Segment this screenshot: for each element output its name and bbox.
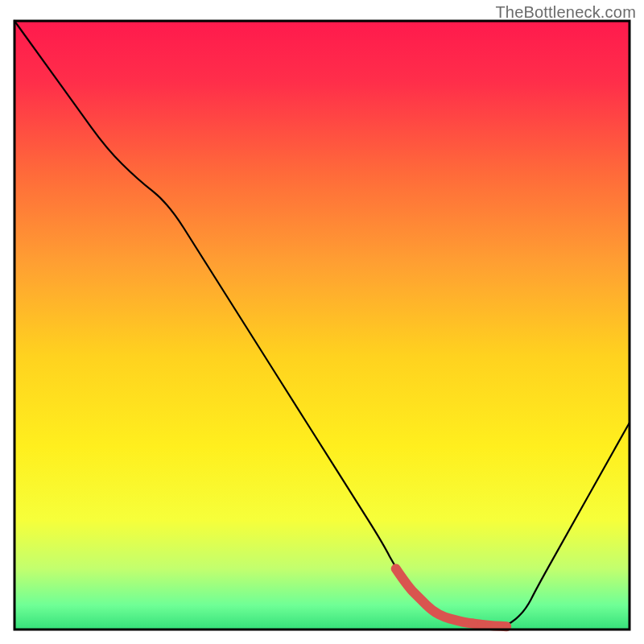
plot-background: [14, 21, 630, 630]
highlight-dot: [477, 621, 486, 630]
chart-container: TheBottleneck.com: [0, 0, 644, 644]
highlight-dot: [468, 618, 477, 628]
bottleneck-chart: [0, 0, 644, 644]
watermark-text: TheBottleneck.com: [495, 3, 636, 22]
